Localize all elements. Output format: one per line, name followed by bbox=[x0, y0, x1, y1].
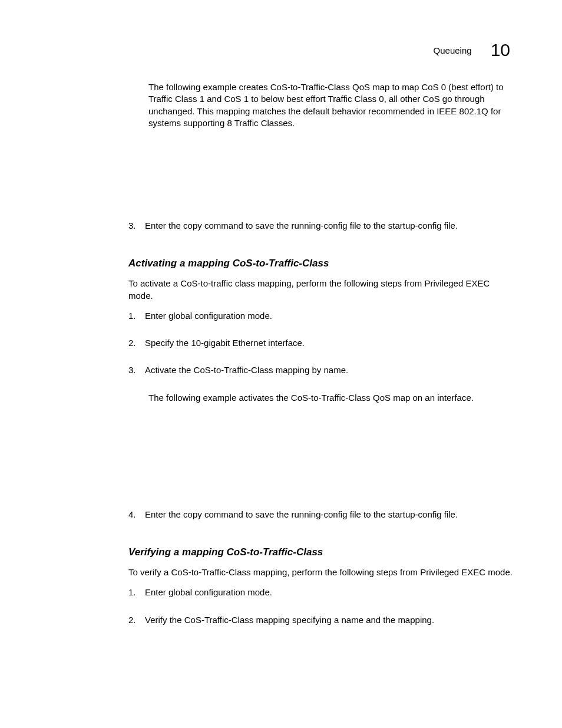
step-text: Verify the CoS-Traffic-Class mapping spe… bbox=[145, 614, 514, 626]
header-title: Queueing bbox=[434, 45, 472, 55]
section1-intro: To activate a CoS-to-traffic class mappi… bbox=[128, 278, 514, 302]
step-text: Activate the CoS-to-Traffic-Class mappin… bbox=[145, 364, 514, 376]
step-number: 2. bbox=[128, 337, 145, 349]
intro-step-3: 3. Enter the copy command to save the ru… bbox=[128, 220, 514, 232]
section2-step-2: 2. Verify the CoS-Traffic-Class mapping … bbox=[128, 614, 514, 626]
section2-step-1: 1. Enter global configuration mode. bbox=[128, 587, 514, 598]
section1-example: The following example activates the CoS-… bbox=[148, 392, 514, 404]
step-text: Enter the copy command to save the runni… bbox=[145, 509, 514, 521]
step-text: Enter the copy command to save the runni… bbox=[145, 220, 514, 232]
step-number: 3. bbox=[128, 364, 145, 376]
step-number: 4. bbox=[128, 509, 145, 521]
step-text: Enter global configuration mode. bbox=[145, 310, 514, 322]
section1-step-4: 4. Enter the copy command to save the ru… bbox=[128, 509, 514, 521]
chapter-number: 10 bbox=[491, 40, 510, 60]
step-number: 3. bbox=[128, 220, 145, 232]
page-header: Queueing 10 bbox=[434, 40, 510, 60]
step-number: 2. bbox=[128, 614, 145, 626]
section1-step-1: 1. Enter global configuration mode. bbox=[128, 310, 514, 322]
step-number: 1. bbox=[128, 587, 145, 598]
section1-step-3: 3. Activate the CoS-to-Traffic-Class map… bbox=[128, 364, 514, 376]
step-number: 1. bbox=[128, 310, 145, 322]
section1-step-2: 2. Specify the 10-gigabit Ethernet inter… bbox=[128, 337, 514, 349]
intro-paragraph: The following example creates CoS-to-Tra… bbox=[148, 81, 514, 129]
page-content: The following example creates CoS-to-Tra… bbox=[128, 81, 514, 634]
section-heading-activating: Activating a mapping CoS-to-Traffic-Clas… bbox=[128, 258, 514, 269]
section-heading-verifying: Verifying a mapping CoS-to-Traffic-Class bbox=[128, 546, 514, 558]
section2-intro: To verify a CoS-to-Traffic-Class mapping… bbox=[128, 566, 514, 578]
step-text: Specify the 10-gigabit Ethernet interfac… bbox=[145, 337, 514, 349]
step-text: Enter global configuration mode. bbox=[145, 587, 514, 598]
